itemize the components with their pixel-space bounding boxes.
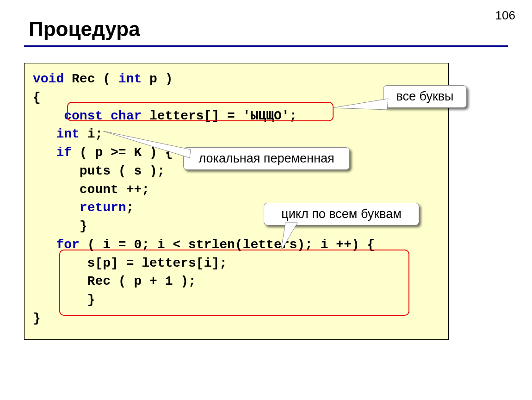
code-line-11: s[p] = letters[i]; (33, 254, 440, 273)
slide: 106 Процедура void Rec ( int p ) { const… (0, 0, 532, 400)
callout-label: локальная переменная (198, 151, 334, 165)
code-line-14: } (33, 309, 440, 328)
callout-pointer-icon (281, 223, 313, 255)
callout-label: все буквы (396, 89, 454, 103)
code-line-12: Rec ( p + 1 ); (33, 272, 440, 291)
callout-label: цикл по всем буквам (281, 207, 401, 221)
callout-all-letters: все буквы (383, 85, 467, 108)
code-line-13: } (33, 291, 440, 309)
callout-pointer-icon (333, 99, 393, 117)
callout-local-var: локальная переменная (183, 147, 350, 170)
title-rule (24, 45, 508, 47)
svg-marker-0 (333, 99, 388, 110)
svg-marker-2 (281, 223, 297, 251)
svg-marker-1 (103, 131, 191, 158)
code-line-4: int i; (33, 125, 440, 144)
code-line-10: for ( i = 0; i < strlen(letters); i ++) … (33, 236, 440, 254)
callout-loop: цикл по всем буквам (264, 203, 419, 225)
code-line-7: count ++; (33, 181, 440, 199)
code-line-1: void Rec ( int p ) (33, 70, 440, 88)
callout-pointer-icon (103, 131, 195, 159)
slide-title: Процедура (29, 18, 140, 41)
page-number: 106 (495, 8, 515, 23)
